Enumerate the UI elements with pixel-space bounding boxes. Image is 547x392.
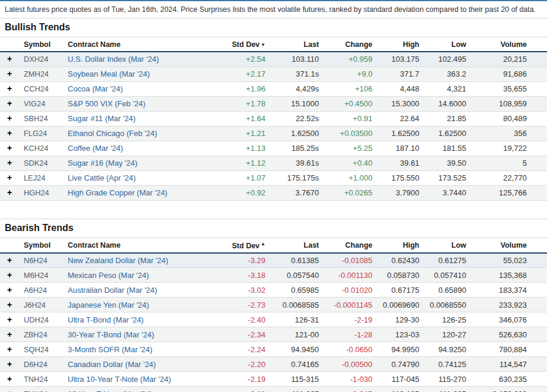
last-cell: 1.62500 bbox=[270, 126, 324, 141]
expand-plus-icon[interactable]: + bbox=[7, 69, 12, 78]
contract-name-link[interactable]: Australian Dollar (Mar '24) bbox=[68, 286, 157, 295]
column-header-label: Last bbox=[303, 40, 319, 49]
contract-name-link[interactable]: New Zealand Dollar (Mar '24) bbox=[68, 256, 168, 265]
expand-plus-icon[interactable]: + bbox=[7, 345, 12, 353]
last-cell: 175.175s bbox=[270, 170, 324, 185]
column-header-change[interactable]: Change bbox=[324, 238, 377, 253]
column-header-volume[interactable]: Volume bbox=[471, 238, 547, 253]
symbol-link[interactable]: CCH24 bbox=[24, 84, 49, 93]
symbol-cell: DXH24 bbox=[18, 52, 61, 67]
last-cell: 0.0068585 bbox=[270, 298, 324, 312]
contract-name-link[interactable]: 3-Month SOFR (Mar '24) bbox=[68, 345, 153, 354]
expand-plus-icon[interactable]: + bbox=[7, 301, 12, 309]
std-dev-cell: -2.73 bbox=[221, 298, 270, 312]
contract-name-link[interactable]: Canadian Dollar (Mar '24) bbox=[68, 360, 156, 369]
expand-plus-icon[interactable]: + bbox=[7, 129, 12, 137]
expand-plus-icon[interactable]: + bbox=[7, 330, 12, 339]
table-row: + VIG24 S&P 500 VIX (Feb '24) +1.78 15.1… bbox=[0, 96, 547, 111]
contract-name-link[interactable]: Ethanol Chicago (Feb '24) bbox=[68, 129, 157, 138]
column-header-std-dev[interactable]: Std Dev▲ bbox=[221, 238, 270, 253]
table-row: + UDH24 Ultra T-Bond (Mar '24) -2.40 126… bbox=[0, 312, 547, 327]
symbol-link[interactable]: N6H24 bbox=[24, 256, 48, 265]
contract-name-link[interactable]: Cocoa (Mar '24) bbox=[68, 84, 123, 93]
contract-name-cell: Japanese Yen (Mar '24) bbox=[61, 298, 221, 312]
column-header-symbol[interactable]: Symbol bbox=[18, 37, 61, 52]
contract-name-link[interactable]: Sugar #16 (May '24) bbox=[68, 159, 137, 167]
expand-plus-icon[interactable]: + bbox=[7, 315, 12, 324]
expand-plus-icon[interactable]: + bbox=[7, 271, 12, 279]
expand-column-header bbox=[0, 238, 18, 253]
symbol-link[interactable]: A6H24 bbox=[24, 286, 47, 295]
high-cell: 94.9950 bbox=[377, 342, 424, 357]
contract-name-link[interactable]: Ultra T-Bond (Mar '24) bbox=[68, 315, 144, 324]
symbol-link[interactable]: J6H24 bbox=[24, 301, 46, 309]
contract-name-link[interactable]: Sugar #11 (Mar '24) bbox=[68, 114, 135, 123]
column-header-low[interactable]: Low bbox=[424, 37, 471, 52]
contract-name-link[interactable]: Mexican Peso (Mar '24) bbox=[68, 271, 149, 280]
expand-plus-icon[interactable]: + bbox=[7, 159, 12, 167]
contract-name-link[interactable]: Japanese Yen (Mar '24) bbox=[68, 301, 149, 309]
column-header-last[interactable]: Last bbox=[270, 238, 324, 253]
expand-plus-icon[interactable]: + bbox=[7, 84, 12, 93]
expand-plus-icon[interactable]: + bbox=[7, 360, 12, 368]
symbol-link[interactable]: FLG24 bbox=[24, 129, 47, 138]
column-header-high[interactable]: High bbox=[377, 238, 424, 253]
symbol-link[interactable]: SBH24 bbox=[24, 114, 48, 123]
expand-plus-icon[interactable]: + bbox=[7, 55, 12, 63]
expand-plus-icon[interactable]: + bbox=[7, 173, 12, 182]
contract-name-link[interactable]: U.S. Dollar Index (Mar '24) bbox=[68, 55, 159, 64]
column-header-last[interactable]: Last bbox=[270, 37, 324, 52]
symbol-link[interactable]: ZBH24 bbox=[24, 330, 48, 339]
column-header-label: Last bbox=[303, 241, 319, 249]
contract-name-link[interactable]: 30-Year T-Bond (Mar '24) bbox=[68, 330, 154, 339]
high-cell: 39.61 bbox=[377, 156, 424, 170]
symbol-link[interactable]: VIG24 bbox=[24, 99, 45, 108]
contract-name-link[interactable]: 10-Year T-Note (Mar '24) bbox=[68, 390, 153, 392]
symbol-link[interactable]: SQH24 bbox=[24, 345, 49, 354]
volume-cell: 630,235 bbox=[471, 372, 547, 387]
expand-plus-icon[interactable]: + bbox=[7, 144, 12, 152]
expand-plus-icon[interactable]: + bbox=[7, 286, 12, 294]
symbol-link[interactable]: D6H24 bbox=[24, 360, 48, 369]
expand-plus-icon[interactable]: + bbox=[7, 114, 12, 122]
symbol-link[interactable]: UDH24 bbox=[24, 315, 49, 324]
symbol-link[interactable]: SDK24 bbox=[24, 159, 48, 167]
column-header-std-dev[interactable]: Std Dev▼ bbox=[221, 37, 270, 52]
expand-plus-icon[interactable]: + bbox=[7, 375, 12, 383]
high-cell: 175.550 bbox=[377, 170, 424, 185]
contract-name-link[interactable]: High Grade Copper (Mar '24) bbox=[68, 188, 167, 197]
column-header-low[interactable]: Low bbox=[424, 238, 471, 253]
symbol-link[interactable]: ZMH24 bbox=[24, 69, 49, 78]
contract-name-link[interactable]: Soybean Meal (Mar '24) bbox=[68, 69, 150, 78]
contract-name-link[interactable]: Coffee (Mar '24) bbox=[68, 144, 123, 153]
contract-name-link[interactable]: S&P 500 VIX (Feb '24) bbox=[68, 99, 146, 108]
symbol-link[interactable]: HGH24 bbox=[24, 188, 49, 197]
symbol-link[interactable]: DXH24 bbox=[24, 55, 48, 64]
std-dev-cell: -2.24 bbox=[221, 342, 270, 357]
column-header-volume[interactable]: Volume bbox=[471, 37, 547, 52]
volume-cell: 22,770 bbox=[471, 170, 547, 185]
volume-cell: 114,547 bbox=[471, 357, 547, 372]
symbol-link[interactable]: TNH24 bbox=[24, 375, 48, 384]
column-header-contract-name[interactable]: Contract Name bbox=[61, 238, 221, 253]
column-header-label: Change bbox=[345, 241, 372, 249]
expand-plus-icon[interactable]: + bbox=[7, 188, 12, 197]
expand-plus-icon[interactable]: + bbox=[7, 256, 12, 264]
expand-plus-icon[interactable]: + bbox=[7, 99, 12, 108]
column-header-symbol[interactable]: Symbol bbox=[18, 238, 61, 253]
column-header-high[interactable]: High bbox=[377, 37, 424, 52]
symbol-link[interactable]: LEJ24 bbox=[24, 173, 45, 182]
low-cell: 115-270 bbox=[424, 372, 471, 387]
symbol-link[interactable]: KCH24 bbox=[24, 144, 48, 153]
volume-cell: 356 bbox=[471, 126, 547, 141]
section-title: Bearish Trends bbox=[0, 219, 547, 238]
expand-plus-icon[interactable]: + bbox=[7, 390, 12, 392]
symbol-link[interactable]: M6H24 bbox=[24, 271, 48, 280]
symbol-link[interactable]: ZNH24 bbox=[24, 390, 48, 392]
column-header-contract-name[interactable]: Contract Name bbox=[61, 37, 221, 52]
std-dev-cell: -3.02 bbox=[221, 283, 270, 298]
column-header-change[interactable]: Change bbox=[324, 37, 377, 52]
std-dev-cell: -2.40 bbox=[221, 312, 270, 327]
contract-name-link[interactable]: Live Cattle (Apr '24) bbox=[68, 173, 135, 182]
contract-name-link[interactable]: Ultra 10-Year T-Note (Mar '24) bbox=[68, 375, 171, 384]
